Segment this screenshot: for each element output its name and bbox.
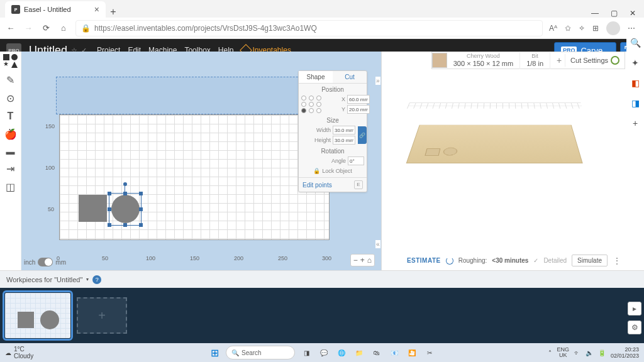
zoom-home-button[interactable]: ⌂ [367,256,372,265]
zoom-out-button[interactable]: − [353,256,358,265]
clock[interactable]: 20:23 02/01/2023 [611,347,639,359]
resize-handle-s[interactable] [123,223,127,227]
extensions-icon[interactable]: ⊞ [592,24,599,33]
task-view-icon[interactable]: ◨ [300,346,313,359]
y-tick-150: 150 [45,123,55,129]
workpieces-help-icon[interactable]: ? [92,275,101,284]
resize-handle-w[interactable] [108,207,111,211]
padlock-icon: 🔒 [313,168,320,174]
nav-back-icon[interactable]: ← [5,23,16,33]
x-tick-50: 50 [102,255,108,261]
edit-points-link[interactable]: Edit points [303,182,332,189]
edge-add-icon[interactable]: + [629,117,641,129]
browser-tab[interactable]: P Easel - Untitled × [5,1,106,18]
chat-app-icon[interactable]: 💬 [318,346,330,359]
size-header: Size [299,114,367,125]
panel-expand-icon[interactable]: « [375,240,380,248]
design-canvas[interactable]: 0 50 100 150 200 250 300 50 100 150 − + … [21,52,381,270]
collections-icon[interactable]: ✧ [579,24,585,33]
rotation-handle[interactable] [123,182,127,186]
unit-toggle[interactable] [38,258,53,266]
material-area [59,114,330,240]
edit-points-shortcut: E [354,180,363,189]
weather-widget[interactable]: 1°C Cloudy [14,346,33,359]
angle-input[interactable] [348,156,364,165]
tray-chevron-icon[interactable]: ˄ [548,349,552,356]
anchor-grid[interactable] [301,96,323,113]
edge-outlook-icon[interactable]: ◨ [629,97,641,109]
favorite-icon[interactable]: ✩ [565,24,571,33]
wifi-icon[interactable]: ᯤ [574,349,580,356]
bit-info[interactable]: Bit 1/8 in [520,52,550,69]
settings-icon[interactable]: ⚙ [628,321,641,334]
x-tick-250: 250 [278,255,287,261]
reading-mode-icon[interactable]: Aᴬ [549,24,557,33]
drill-tool[interactable]: ⊙ [6,92,14,104]
text-tool[interactable]: T [8,111,14,122]
square-shape[interactable] [79,195,107,222]
nav-forward-icon: → [23,23,34,33]
pos-x-input[interactable] [347,95,370,104]
window-minimize-icon[interactable]: — [591,9,599,18]
resize-handle-e[interactable] [139,207,143,211]
pos-y-input[interactable] [347,105,370,114]
nav-refresh-icon[interactable]: ⟳ [40,23,52,33]
edge-copilot-icon[interactable]: ✦ [629,57,641,69]
box-tool[interactable]: ◫ [6,181,15,193]
taskbar-search[interactable]: 🔍 Search [226,346,295,359]
material-info[interactable]: Cherry Wood 300 × 150 × 12 mm [447,52,520,69]
start-button[interactable]: ⊞ [208,346,221,359]
add-bit-button[interactable]: + [550,54,565,67]
selection-box[interactable] [109,193,142,226]
preview-menu-icon[interactable]: ⋮ [613,256,621,266]
estimate-refresh-icon[interactable] [446,257,453,265]
tab-shape[interactable]: Shape [299,71,333,83]
weather-icon[interactable]: ☁ [5,349,11,356]
shapes-tool[interactable] [3,54,18,68]
material-swatch[interactable] [432,53,447,68]
zoom-app-icon[interactable]: 🎦 [406,346,418,359]
pen-tool[interactable]: ✎ [6,74,14,86]
workpiece-thumb-1[interactable] [5,293,70,338]
battery-icon[interactable]: 🔋 [598,349,606,356]
preview-panel[interactable]: » « ESTIMATE Roughing: <30 minutes ✓ Det… [381,52,626,270]
explorer-app-icon[interactable]: 📁 [353,346,365,359]
snip-app-icon[interactable]: ✂ [423,346,436,359]
resize-handle-se[interactable] [139,223,143,227]
height-input[interactable] [333,136,355,145]
window-close-icon[interactable]: ✕ [629,9,636,18]
new-tab-button[interactable]: + [106,6,121,18]
detailed-label[interactable]: Detailed [543,257,567,264]
profile-avatar[interactable] [606,21,620,35]
nav-home-icon[interactable]: ⌂ [58,23,69,33]
workpieces-title: Workpieces for "Untitled" [6,276,82,283]
store-app-icon[interactable]: 🛍 [370,346,383,359]
apps-tool[interactable]: ▬ [6,146,15,156]
simulate-button[interactable]: Simulate [572,255,608,266]
address-bar[interactable]: 🔒 https://easel.inventables.com/projects… [75,20,543,36]
panel-collapse-icon[interactable]: » [375,77,380,85]
add-workpiece-button[interactable]: + [77,297,127,334]
window-maximize-icon[interactable]: ▢ [610,9,618,18]
chat-icon[interactable]: ▸ [628,302,641,315]
edge-app-icon[interactable]: 🌐 [335,346,348,359]
lock-ratio-icon[interactable]: 🔗 [358,126,367,144]
cut-settings-button[interactable]: Cut Settings [565,56,625,65]
resize-handle-sw[interactable] [108,223,111,227]
edge-search-icon[interactable]: 🔍 [629,36,641,49]
import-tool[interactable]: ⇥ [6,163,14,175]
tab-close-icon[interactable]: × [94,4,99,14]
resize-handle-nw[interactable] [108,192,111,195]
resize-handle-n[interactable] [123,192,127,195]
edge-office-icon[interactable]: ◧ [629,77,641,89]
language-indicator[interactable]: ENG UK [557,347,569,358]
tab-cut[interactable]: Cut [333,71,367,83]
workpieces-dropdown-icon[interactable]: ▾ [86,277,89,282]
lock-object-button[interactable]: 🔒Lock Object [299,166,367,176]
resize-handle-ne[interactable] [139,192,143,195]
width-input[interactable] [333,126,355,134]
icons-tool[interactable]: 🍎 [4,128,17,140]
volume-icon[interactable]: 🔈 [586,349,593,356]
zoom-in-button[interactable]: + [360,256,365,265]
outlook-app-icon[interactable]: 📧 [388,346,401,359]
